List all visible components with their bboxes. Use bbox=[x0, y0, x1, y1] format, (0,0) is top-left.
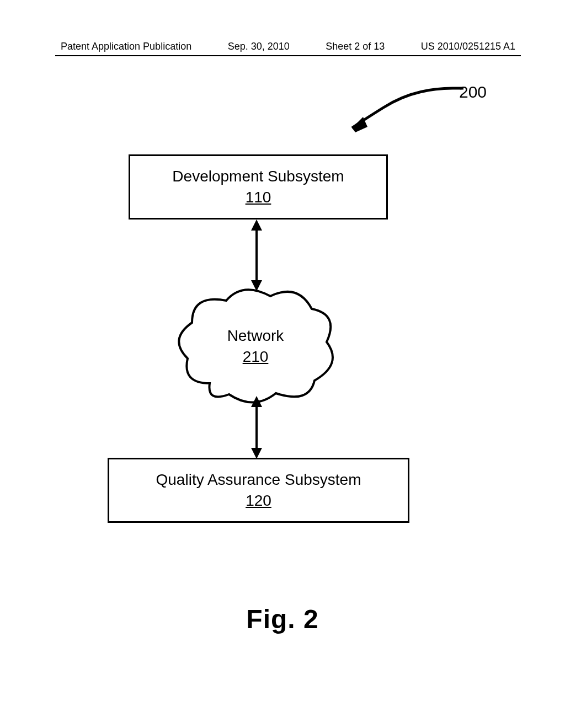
box-label: Development Subsystem bbox=[172, 166, 344, 187]
box-label: Quality Assurance Subsystem bbox=[156, 469, 361, 490]
svg-marker-3 bbox=[251, 220, 262, 231]
header-rule bbox=[55, 55, 521, 56]
svg-marker-6 bbox=[251, 396, 262, 407]
box-number: 110 bbox=[246, 187, 271, 208]
reference-numeral: 200 bbox=[459, 83, 487, 101]
publication-type: Patent Application Publication bbox=[61, 41, 191, 52]
cloud-number: 210 bbox=[177, 346, 334, 367]
bidirectional-arrow-top-icon bbox=[251, 220, 262, 291]
page: Patent Application Publication Sep. 30, … bbox=[0, 0, 565, 728]
cloud-label-group: Network 210 bbox=[177, 325, 334, 367]
figure-caption: Fig. 2 bbox=[0, 604, 565, 634]
document-number: US 2010/0251215 A1 bbox=[421, 41, 515, 52]
cloud-label: Network bbox=[177, 325, 334, 346]
box-number: 120 bbox=[246, 490, 271, 511]
quality-assurance-subsystem-box: Quality Assurance Subsystem 120 bbox=[108, 458, 409, 523]
page-header: Patent Application Publication Sep. 30, … bbox=[61, 41, 515, 52]
development-subsystem-box: Development Subsystem 110 bbox=[129, 154, 388, 220]
svg-marker-7 bbox=[251, 448, 262, 459]
sheet-number: Sheet 2 of 13 bbox=[326, 41, 385, 52]
bidirectional-arrow-bottom-icon bbox=[251, 396, 262, 459]
publication-date: Sep. 30, 2010 bbox=[228, 41, 290, 52]
